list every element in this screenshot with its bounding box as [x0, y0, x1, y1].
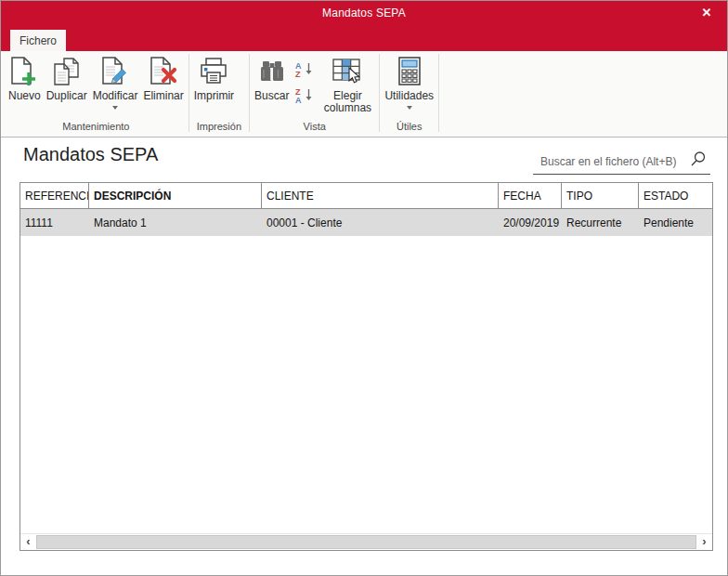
svg-text:Z: Z — [295, 70, 301, 78]
eliminar-button[interactable]: Eliminar — [140, 54, 186, 103]
ribbon-group-mantenimiento: Nuevo — [6, 51, 187, 137]
utilidades-dropdown-icon[interactable] — [407, 106, 412, 110]
duplicar-label: Duplicar — [46, 90, 87, 102]
column-header-descripcion[interactable]: DESCRIPCIÓN — [89, 183, 262, 208]
group-label-utiles: Útiles — [382, 121, 436, 137]
column-header-estado[interactable]: ESTADO — [639, 183, 712, 208]
modificar-button[interactable]: Modificar — [90, 54, 141, 111]
choose-columns-icon — [331, 55, 364, 90]
app-window: Mandatos SEPA ✕ Fichero Nuevo — [0, 0, 728, 576]
title-bar: Mandatos SEPA ✕ Fichero — [1, 1, 727, 51]
nuevo-label: Nuevo — [8, 90, 41, 102]
search-icon[interactable] — [689, 151, 707, 172]
cell-estado: Pendiente — [639, 209, 712, 236]
tab-fichero[interactable]: Fichero — [10, 30, 66, 51]
utilidades-button[interactable]: Utilidades — [382, 54, 436, 111]
delete-document-icon — [148, 55, 179, 90]
buscar-button[interactable]: Buscar — [252, 54, 292, 103]
cell-fecha: 20/09/2019 — [499, 209, 562, 236]
scroll-left-icon[interactable]: ‹ — [20, 534, 36, 550]
column-header-tipo[interactable]: TIPO — [562, 183, 639, 208]
table-row[interactable]: 11111 Mandato 1 00001 - Cliente 20/09/20… — [20, 209, 712, 236]
imprimir-button[interactable]: Imprimir — [191, 54, 237, 103]
printer-icon — [197, 55, 230, 90]
calculator-icon — [395, 55, 424, 90]
tab-label: Fichero — [20, 34, 57, 47]
cell-tipo: Recurrente — [562, 209, 639, 236]
cell-cliente: 00001 - Cliente — [262, 209, 499, 236]
new-document-icon — [8, 55, 40, 90]
group-label-vista: Vista — [252, 121, 377, 137]
close-button[interactable]: ✕ — [696, 4, 717, 22]
eliminar-label: Eliminar — [143, 90, 183, 102]
column-header-referencia[interactable]: REFERENCIA — [20, 183, 89, 208]
elegir-columnas-button[interactable]: Elegir columnas — [318, 54, 377, 115]
column-header-fecha[interactable]: FECHA — [499, 183, 562, 208]
elegir-columnas-label: Elegir columnas — [320, 90, 374, 114]
search-input[interactable] — [533, 155, 689, 170]
column-header-cliente[interactable]: CLIENTE — [262, 183, 499, 208]
utilidades-label: Utilidades — [384, 90, 434, 102]
ribbon-separator — [379, 54, 380, 132]
table-header-row: REFERENCIA DESCRIPCIÓN CLIENTE FECHA TIP… — [20, 183, 712, 209]
ribbon-group-vista: Buscar A Z Z A — [252, 51, 377, 137]
sort-ascending-icon[interactable]: A Z — [294, 61, 315, 81]
sort-buttons: A Z Z A — [294, 61, 315, 107]
duplicar-button[interactable]: Duplicar — [44, 54, 90, 103]
page-title: Mandatos SEPA — [23, 144, 158, 165]
ribbon-toolbar: Nuevo — [1, 51, 727, 137]
buscar-label: Buscar — [254, 90, 289, 102]
ribbon-separator — [249, 54, 250, 132]
scrollbar-thumb[interactable] — [36, 535, 696, 549]
modificar-label: Modificar — [93, 90, 138, 102]
cell-referencia: 11111 — [20, 209, 89, 236]
binoculars-icon — [256, 55, 288, 90]
ribbon-group-impresion: Imprimir Impresión — [191, 51, 247, 137]
group-label-mantenimiento: Mantenimiento — [6, 121, 187, 137]
ribbon-separator — [188, 54, 189, 132]
group-label-impresion: Impresión — [191, 121, 247, 137]
modificar-dropdown-icon[interactable] — [112, 106, 118, 110]
duplicate-document-icon — [50, 55, 84, 90]
cell-descripcion: Mandato 1 — [89, 209, 262, 236]
mandatos-table: REFERENCIA DESCRIPCIÓN CLIENTE FECHA TIP… — [20, 182, 713, 551]
horizontal-scrollbar: ‹ › — [20, 533, 712, 550]
search-box — [533, 151, 710, 175]
nuevo-button[interactable]: Nuevo — [6, 54, 44, 103]
edit-document-icon — [99, 55, 131, 90]
window-title: Mandatos SEPA — [1, 7, 727, 20]
ribbon-group-utiles: Utilidades Útiles — [382, 51, 436, 137]
svg-text:A: A — [295, 96, 302, 104]
scroll-right-icon[interactable]: › — [696, 534, 712, 550]
imprimir-label: Imprimir — [194, 90, 234, 102]
ribbon-separator — [438, 54, 439, 132]
sort-descending-icon[interactable]: Z A — [294, 87, 315, 107]
